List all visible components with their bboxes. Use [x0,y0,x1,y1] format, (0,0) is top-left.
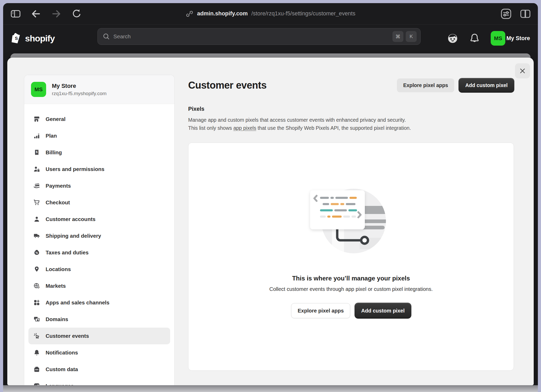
plan-icon [33,132,40,139]
shopify-logo: S shopify [11,32,55,45]
browser-toolbar: admin.shopify.com/store/rzq1xu-f5/settin… [3,3,538,24]
taxes-icon: % [33,249,40,256]
add-custom-pixel-button[interactable]: Add custom pixel [459,78,514,92]
avatar: MS [491,31,505,46]
sidebar-item-customer-accounts[interactable]: Customer accounts [28,211,170,228]
bell-icon [33,349,40,356]
svg-text:%: % [35,252,38,254]
account-menu[interactable]: MS My Store [491,31,530,46]
search-input[interactable] [113,33,389,40]
settings-sidebar: MS My Store rzq1xu-f5.myshopify.com Gene… [24,75,175,385]
globe-icon: $ [33,282,40,290]
apps-icon [33,299,40,306]
pixels-heading: Pixels [188,106,514,112]
cmd-keycap: ⌘ [392,31,403,42]
users-icon [33,166,40,173]
sidebar-item-checkout[interactable]: Checkout [28,194,170,211]
url-bar[interactable]: admin.shopify.com/store/rzq1xu-f5/settin… [186,3,355,24]
reload-icon[interactable] [71,8,82,20]
svg-text:$: $ [38,286,39,289]
sidebar-item-apps[interactable]: Apps and sales channels [28,294,170,311]
account-store-label: My Store [506,35,530,42]
store-card[interactable]: MS My Store rzq1xu-f5.myshopify.com [24,75,174,104]
store-avatar: MS [31,82,46,97]
description-line1: Manage app and custom pixels that access… [188,116,514,124]
svg-text:S: S [15,36,18,41]
forward-icon[interactable] [51,8,62,20]
store-domain: rzq1xu-f5.myshopify.com [52,91,107,96]
sidebar-item-domains[interactable]: Domains [28,311,170,328]
back-icon[interactable] [30,8,42,20]
truck-icon [33,232,40,240]
split-view-icon[interactable] [520,8,531,20]
sidebar-item-payments[interactable]: Payments [28,177,170,194]
shopify-bag-icon: S [11,32,22,45]
sidebar-item-taxes[interactable]: % Taxes and duties [28,244,170,261]
pin-icon [33,266,40,273]
sidebar-item-locations[interactable]: Locations [28,261,170,278]
sidebar-item-general[interactable]: General [28,111,170,127]
sidebar-item-markets[interactable]: $ Markets [28,278,170,294]
cart-icon [33,199,40,206]
description-line2-post: that use the Shopify Web Pixels API, the… [256,125,411,131]
custom-data-icon [33,366,40,373]
url-path: /store/rzq1xu-f5/settings/customer_event… [251,10,355,17]
page-title: Customer events [188,80,267,91]
pixels-empty-card: This is where you’ll manage your pixels … [188,143,514,371]
empty-state-subtitle: Collect customer events through app pixe… [188,286,514,292]
sidebar-item-shipping[interactable]: Shipping and delivery [28,228,170,244]
sidebar-toggle-icon[interactable] [10,8,21,20]
add-custom-pixel-button-card[interactable]: Add custom pixel [355,303,411,318]
sidebar-item-plan[interactable]: Plan [28,127,170,144]
search-icon [102,33,110,40]
sidebar-item-customer-events[interactable]: Customer events [28,328,170,344]
settings-menu: General Plan $ Billing Users and permiss… [24,104,174,385]
svg-text:$: $ [36,150,38,154]
explore-pixel-apps-button-card[interactable]: Explore pixel apps [291,303,350,318]
close-button[interactable] [515,63,530,78]
sidebar-item-notifications[interactable]: Notifications [28,344,170,361]
shopify-wordmark: shopify [25,33,55,44]
k-keycap: K [406,31,417,42]
sidekick-icon[interactable] [447,33,458,44]
customer-events-icon [33,332,40,340]
global-search[interactable]: ⌘ K [97,28,421,45]
description-line2-pre: This list only shows [188,125,233,131]
billing-icon: $ [33,149,40,156]
languages-icon [33,382,40,385]
link-icon [186,10,193,18]
sidebar-item-languages[interactable]: Languages [28,378,170,385]
store-name: My Store [52,83,107,89]
notifications-bell-icon[interactable] [469,33,480,44]
empty-state-title: This is where you’ll manage your pixels [188,275,514,282]
sidebar-item-billing[interactable]: $ Billing [28,144,170,161]
sidebar-item-users-permissions[interactable]: Users and permissions [28,161,170,177]
payments-icon [33,182,40,189]
url-host: admin.shopify.com [197,10,248,17]
window-bottom-edge [3,385,538,392]
domains-icon [33,316,40,323]
explore-pixel-apps-button[interactable]: Explore pixel apps [397,78,454,92]
sidebar-item-custom-data[interactable]: Custom data [28,361,170,378]
app-pixels-link[interactable]: app pixels [233,125,256,131]
pixels-illustration [303,181,399,260]
settings-modal: MS My Store rzq1xu-f5.myshopify.com Gene… [7,58,534,385]
page-settings-icon[interactable] [500,8,512,20]
close-icon [519,67,526,75]
main-content: Customer events Explore pixel apps Add c… [188,58,514,371]
store-icon [33,115,40,123]
person-icon [33,216,40,223]
app-header: S shopify ⌘ K MS My Store [3,24,538,52]
browser-window: admin.shopify.com/store/rzq1xu-f5/settin… [3,3,538,392]
pixels-description: Manage app and custom pixels that access… [188,116,514,132]
